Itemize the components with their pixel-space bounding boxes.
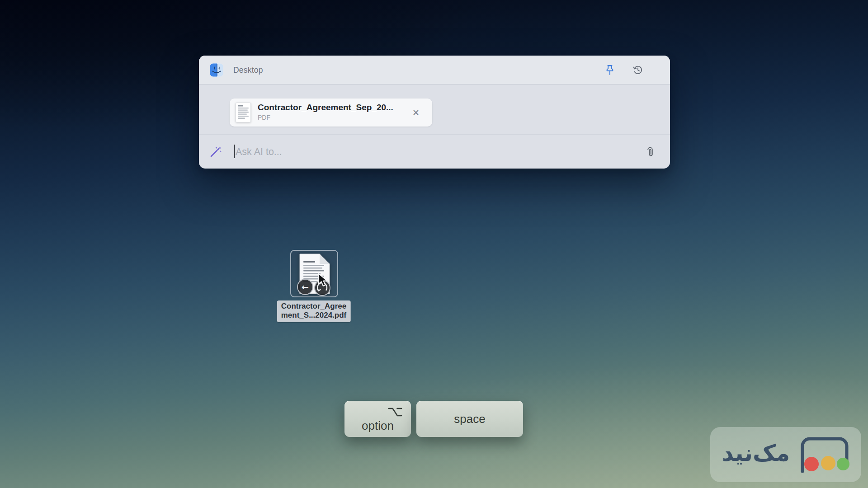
file-label-line1: Contractor_Agree — [281, 302, 347, 311]
watermark-window-logo — [796, 435, 849, 474]
pdf-thumbnail-icon — [236, 102, 251, 123]
drag-back-badge: ← — [297, 279, 313, 295]
paperclip-icon — [644, 145, 656, 158]
finder-icon — [210, 63, 223, 77]
space-key-hint: space — [416, 401, 523, 437]
attachment-remove-button[interactable]: ✕ — [410, 99, 422, 127]
pin-icon — [605, 65, 615, 75]
attachment-meta: Contractor_Agreement_Sep_20... PDF — [258, 103, 407, 121]
option-key-label: option — [344, 419, 411, 433]
attachment-chip[interactable]: Contractor_Agreement_Sep_20... PDF ✕ — [230, 99, 432, 127]
option-key-icon — [387, 406, 403, 418]
magic-wand-icon — [209, 145, 222, 158]
ai-overlay-panel: Desktop Contractor_Agr — [199, 56, 670, 169]
file-label-line2: ment_S...2024.pdf — [281, 311, 347, 320]
ai-input-row — [199, 134, 670, 169]
mouse-cursor-icon — [317, 272, 329, 288]
traffic-light-red-icon — [804, 457, 819, 471]
traffic-light-yellow-icon — [821, 456, 835, 470]
history-clock-icon — [632, 65, 643, 75]
watermark-brand-text: مک‌نید — [722, 442, 790, 467]
attach-file-button[interactable] — [643, 145, 657, 159]
text-caret — [234, 145, 235, 158]
attachment-title: Contractor_Agreement_Sep_20... — [258, 103, 407, 113]
left-arrow-icon: ← — [302, 283, 309, 291]
traffic-light-green-icon — [837, 458, 849, 470]
attachment-kind: PDF — [258, 114, 407, 121]
watermark-badge: مک‌نید — [710, 427, 861, 482]
pin-button[interactable] — [603, 63, 617, 77]
desktop-file-label: Contractor_Agree ment_S...2024.pdf — [277, 300, 351, 322]
ask-ai-input[interactable] — [236, 141, 819, 163]
overlay-header: Desktop — [199, 56, 670, 84]
desktop-file-icon[interactable]: ← — [290, 250, 338, 297]
space-key-label: space — [416, 401, 523, 437]
history-button[interactable] — [631, 63, 645, 77]
option-key-hint: option — [344, 401, 411, 437]
context-app-label: Desktop — [233, 56, 263, 84]
